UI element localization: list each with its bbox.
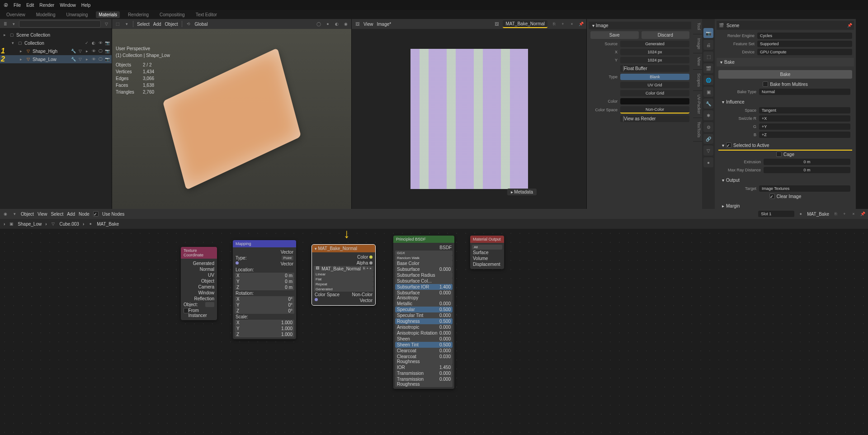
shading-solid-icon[interactable]: ●: [325, 21, 330, 27]
eye-icon[interactable]: 👁: [91, 57, 96, 62]
editor-type-icon[interactable]: 🖼: [354, 21, 360, 27]
new-icon[interactable]: +: [560, 21, 566, 27]
proptab-constraint[interactable]: 🔗: [703, 134, 713, 144]
bsdf-row-17[interactable]: Transmission0.000: [395, 370, 453, 376]
metadata-panel[interactable]: ▸ Metadata: [507, 189, 537, 195]
pin-icon[interactable]: 📌: [578, 21, 584, 27]
bsdf-row-15[interactable]: Clearcoat Roughness0.030: [395, 354, 453, 364]
usenodes-check[interactable]: [93, 211, 99, 217]
bread-obj[interactable]: Shape_Low: [18, 222, 42, 227]
bsdf-row-16[interactable]: IOR1.450: [395, 364, 453, 370]
ws-tab-modelling[interactable]: Modelling: [33, 11, 58, 18]
ws-tab-compositing[interactable]: Compositing: [157, 11, 188, 18]
sidetab-image[interactable]: Image: [693, 34, 702, 53]
imgtex-ext[interactable]: Repeat: [314, 282, 373, 287]
shading-matprev-icon[interactable]: ◐: [334, 21, 340, 27]
bsdf-row-1[interactable]: Subsurface0.000: [395, 266, 453, 272]
shading-render-icon[interactable]: ◉: [343, 21, 349, 27]
output-header[interactable]: ▾ Output: [718, 176, 852, 184]
raydist-field[interactable]: 0 m: [764, 167, 850, 173]
device-field[interactable]: GPU Compute: [757, 49, 852, 55]
proptab-material[interactable]: ●: [703, 157, 713, 167]
menu-window[interactable]: Window: [60, 3, 76, 8]
gencolor-swatch[interactable]: [620, 98, 689, 104]
save-button[interactable]: Save: [590, 31, 639, 39]
render-icon[interactable]: 📷: [104, 57, 110, 62]
engine-field[interactable]: Cycles: [757, 33, 852, 39]
eye-icon[interactable]: 👁: [98, 40, 103, 46]
bsdf-row-3[interactable]: Subsurface Col...: [395, 278, 453, 284]
editor-type-icon[interactable]: ◉: [3, 211, 8, 217]
node-canvas[interactable]: ↓ Texture Coordinate Generated Normal UV…: [0, 229, 868, 435]
bake-panel-header[interactable]: ▾ Bake: [717, 58, 854, 66]
mode-dropdown[interactable]: ▾: [12, 211, 17, 217]
sidetab-view[interactable]: View: [693, 53, 702, 70]
menu-edit[interactable]: Edit: [26, 3, 34, 8]
image-icon[interactable]: 🖼: [494, 21, 499, 27]
viewport-icon[interactable]: 🖵: [98, 48, 103, 54]
outliner-search[interactable]: [19, 20, 101, 28]
gentype-uvgrid[interactable]: UV Grid: [620, 82, 689, 88]
proptab-data[interactable]: ▽: [703, 146, 713, 156]
proptab-viewlayer[interactable]: ⬚: [703, 52, 713, 61]
bsdf-sss[interactable]: Random Walk: [395, 255, 453, 260]
render-icon[interactable]: 📷: [104, 48, 110, 54]
ws-tab-unwraping[interactable]: Unwraping: [64, 11, 91, 18]
select-toggle-icon[interactable]: ▸: [84, 57, 90, 62]
tree-item-shape-low[interactable]: 2 ▸ ▽ Shape_Low 🔧 ▽ ▸ 👁 🖵 📷: [0, 55, 112, 63]
ne-view[interactable]: View: [38, 212, 47, 217]
bsdf-row-14[interactable]: Clearcoat0.000: [395, 348, 453, 354]
imgtex-name-field[interactable]: 🖼 MAT_Bake_Normal ⎘ + ×: [314, 266, 373, 272]
node-mapping[interactable]: Mapping Vector Type:Point Vector Locatio…: [233, 240, 296, 339]
collection-check-icon[interactable]: ✓: [84, 40, 90, 46]
sel2act-header[interactable]: ▾ Selected to Active: [718, 141, 852, 151]
gentype-blank[interactable]: Blank: [620, 74, 689, 80]
ws-tab-texteditor[interactable]: Text Editor: [193, 11, 220, 18]
node-material-output[interactable]: Material Output All Surface Volume Displ…: [470, 236, 504, 269]
node-texcoord[interactable]: Texture Coordinate Generated Normal UV O…: [181, 247, 217, 320]
swizg-field[interactable]: +Y: [759, 123, 850, 130]
clearimg-check[interactable]: [769, 194, 775, 199]
ws-tab-materials[interactable]: Materials: [96, 11, 120, 18]
mod-icon[interactable]: 🔧: [71, 48, 76, 54]
browse-icon[interactable]: ⎘: [551, 21, 557, 27]
bsdf-row-10[interactable]: Anisotropic0.000: [395, 324, 453, 330]
bread-mesh[interactable]: Cube.003: [60, 222, 79, 227]
tree-collection[interactable]: ▾ ▢ Collection ✓ ◐ 👁 📷: [0, 39, 112, 47]
ie-menu-view[interactable]: View: [363, 22, 373, 27]
ne-object[interactable]: Object: [21, 212, 34, 217]
influence-header[interactable]: ▾ Influence: [718, 98, 852, 106]
bsdf-row-18[interactable]: Transmission Roughness0.000: [395, 376, 453, 387]
imgtex-src[interactable]: Generated: [314, 287, 373, 292]
render-icon[interactable]: 📷: [104, 40, 110, 46]
swizr-field[interactable]: +X: [759, 115, 850, 122]
bsdf-row-8[interactable]: Specular Tint0.000: [395, 312, 453, 318]
bsdf-row-7[interactable]: Specular0.500: [395, 307, 453, 312]
ne-select[interactable]: Select: [51, 212, 63, 217]
feature-field[interactable]: Supported: [757, 41, 852, 47]
bake-button[interactable]: Bake: [718, 70, 852, 79]
sidetab-textools[interactable]: TexTools: [693, 118, 702, 142]
baketype-field[interactable]: Normal: [759, 89, 850, 95]
extrusion-field[interactable]: 0 m: [764, 159, 850, 165]
bsdf-row-11[interactable]: Anisotropic Rotation0.000: [395, 330, 453, 336]
target-field[interactable]: Image Textures: [759, 185, 850, 192]
tree-scene-collection[interactable]: ▸ ▢ Scene Collection: [0, 31, 112, 39]
viewport-3d[interactable]: ⬚ ▾ Select Add Object ⟲ Global ◯ ● ◐ ◉ U…: [112, 19, 352, 209]
chevron-right-icon[interactable]: ▸: [18, 48, 24, 54]
orientation-label[interactable]: Global: [195, 22, 208, 27]
proptab-output[interactable]: 🖨: [703, 40, 713, 50]
bsdf-row-12[interactable]: Sheen0.000: [395, 336, 453, 342]
bsdf-row-2[interactable]: Subsurface Radius: [395, 272, 453, 278]
colorspace-field[interactable]: Non-Color: [620, 106, 689, 113]
image-section-header[interactable]: ▾ Image: [589, 22, 691, 29]
mesh-data-icon[interactable]: ▽: [77, 48, 83, 54]
material-icon[interactable]: ●: [798, 211, 803, 217]
menu-help[interactable]: Help: [81, 3, 91, 8]
outliner-mode-icon[interactable]: ≣: [3, 21, 8, 27]
mode-dropdown[interactable]: ▾: [124, 21, 129, 27]
instancer-check[interactable]: [184, 308, 189, 313]
bsdf-row-6[interactable]: Metallic0.000: [395, 301, 453, 307]
filter-icon[interactable]: ▽: [104, 21, 109, 27]
v3d-menu-object[interactable]: Object: [165, 22, 178, 27]
